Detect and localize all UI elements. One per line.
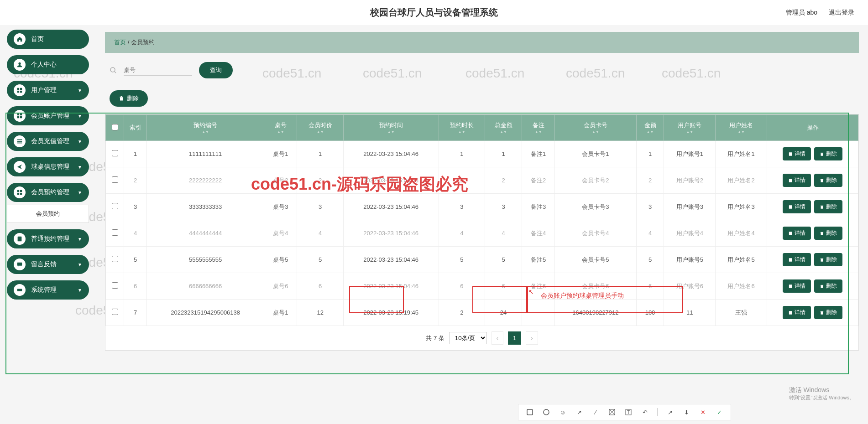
row-checkbox[interactable] [112,229,118,236]
svg-rect-21 [120,98,123,101]
chevron-down-icon: ▼ [78,288,82,293]
undo-icon[interactable]: ↶ [641,408,649,416]
row-delete-button[interactable]: 删除 [814,279,842,293]
sidebar-item-member-account[interactable]: 会员账户管理 ▼ [7,106,89,125]
table-row: 2 2222222222 桌号2 2 2022-03-23 15:04:46 2… [106,167,858,194]
row-delete-button[interactable]: 删除 [814,227,842,240]
pen-tool-icon[interactable]: ∕ [591,408,600,416]
send-icon [14,161,26,173]
admin-label[interactable]: 管理员 abo [786,9,817,17]
sidebar-item-label: 球桌信息管理 [31,163,78,171]
detail-button[interactable]: 详情 [783,253,811,266]
svg-rect-13 [20,190,22,192]
row-delete-button[interactable]: 删除 [814,174,842,187]
cell-ops: 详情 删除 [767,167,858,194]
table-header[interactable]: 预约时长▲▼ [439,115,485,141]
confirm-icon[interactable]: ✓ [715,408,723,416]
detail-icon [788,205,793,209]
cell-amount: 3 [636,194,664,220]
cell-duration: 2 [439,300,485,326]
page-size-select[interactable]: 10条/页 [449,332,487,344]
mosaic-tool-icon[interactable] [608,408,616,416]
download-icon[interactable]: ⬇ [682,408,690,416]
prev-page-button[interactable]: ‹ [492,331,503,345]
sidebar-item-member-reserve[interactable]: 会员预约管理 ▼ [7,183,89,202]
svg-rect-10 [17,141,22,142]
search-input[interactable] [124,65,192,76]
table-header[interactable]: 桌号▲▼ [264,115,297,141]
cell-amount: 5 [636,247,664,273]
row-delete-button[interactable]: 删除 [814,253,842,266]
table-header[interactable]: 用户姓名▲▼ [716,115,767,141]
next-page-button[interactable]: › [526,331,538,345]
detail-button[interactable]: 详情 [783,147,811,160]
row-checkbox[interactable] [112,150,118,156]
sidebar-item-home[interactable]: 首页 [7,30,89,49]
sidebar-item-user-mgmt[interactable]: 用户管理 ▼ [7,81,89,100]
row-delete-button[interactable]: 删除 [814,200,842,213]
row-checkbox[interactable] [112,309,118,315]
svg-rect-32 [821,205,823,206]
rect-tool-icon[interactable] [526,408,534,416]
svg-rect-45 [527,409,533,415]
page-number-button[interactable]: 1 [508,331,521,345]
logout-button[interactable]: 退出登录 [829,9,854,17]
text-tool-icon[interactable]: T [624,408,633,416]
table-header[interactable]: 预约编号▲▼ [147,115,264,141]
breadcrumb-current: 会员预约 [131,39,155,46]
batch-delete-button[interactable]: 删除 [110,90,148,107]
sidebar-item-label: 会员充值管理 [31,137,78,145]
share-icon[interactable]: ↗ [666,408,674,416]
arrow-tool-icon[interactable]: ↗ [575,408,583,416]
breadcrumb-home[interactable]: 首页 [114,39,126,46]
detail-button[interactable]: 详情 [783,279,811,293]
sidebar-item-table-info[interactable]: 球桌信息管理 ▼ [7,157,89,176]
detail-icon [788,284,793,289]
table-header[interactable]: 备注▲▼ [522,115,555,141]
emoji-tool-icon[interactable]: ☺ [559,408,567,416]
query-button[interactable]: 查询 [199,62,233,78]
row-checkbox[interactable] [112,256,118,262]
svg-rect-39 [789,284,792,288]
row-checkbox[interactable] [112,176,118,183]
svg-rect-34 [821,233,823,235]
row-checkbox[interactable] [112,282,118,289]
circle-tool-icon[interactable] [542,408,550,416]
table-header[interactable]: 预约时间▲▼ [343,115,439,141]
cell-time: 2022-03-23 15:04:46 [343,220,439,247]
chevron-down-icon: ▼ [78,237,82,242]
svg-rect-26 [821,152,823,153]
sidebar-item-normal-reserve[interactable]: 普通预约管理 ▼ [7,229,89,248]
table-header[interactable]: 用户账号▲▼ [664,115,716,141]
select-all-checkbox[interactable] [112,124,118,130]
svg-rect-7 [17,116,19,118]
row-delete-button[interactable]: 删除 [814,306,842,319]
cell-amount: 1 [636,141,664,167]
table-header[interactable]: 会员时价▲▼ [297,115,343,141]
sidebar-item-recharge[interactable]: 会员充值管理 ▼ [7,132,89,151]
sidebar-subitem-member-reserve[interactable]: 会员预约 [7,205,89,223]
row-checkbox[interactable] [112,203,118,209]
cell-duration: 3 [439,194,485,220]
chevron-down-icon: ▼ [78,165,82,170]
table-header[interactable]: 索引 [124,115,147,141]
svg-rect-14 [17,193,19,195]
table-header: 操作 [767,115,858,141]
sidebar-item-feedback[interactable]: 留言反馈 ▼ [7,255,89,274]
svg-rect-36 [789,258,792,262]
cancel-icon[interactable]: ✕ [699,408,707,416]
cell-index: 5 [124,247,147,273]
table-header[interactable]: 总金额▲▼ [485,115,522,141]
detail-button[interactable]: 详情 [783,227,811,240]
detail-button[interactable]: 详情 [783,306,811,319]
table-header[interactable]: 会员卡号▲▼ [555,115,636,141]
detail-button[interactable]: 详情 [783,200,811,213]
detail-button[interactable]: 详情 [783,174,811,187]
row-delete-button[interactable]: 删除 [814,147,842,160]
table-header[interactable]: 金额▲▼ [636,115,664,141]
cell-total: 3 [485,194,522,220]
sidebar-item-profile[interactable]: 个人中心 [7,55,89,74]
sidebar-item-system[interactable]: 系统管理 ▼ [7,280,89,300]
svg-rect-2 [20,88,22,90]
data-table: 索引 预约编号▲▼ 桌号▲▼ 会员时价▲▼ 预约时间▲▼ 预约时长▲▼ 总金额▲… [105,114,859,351]
